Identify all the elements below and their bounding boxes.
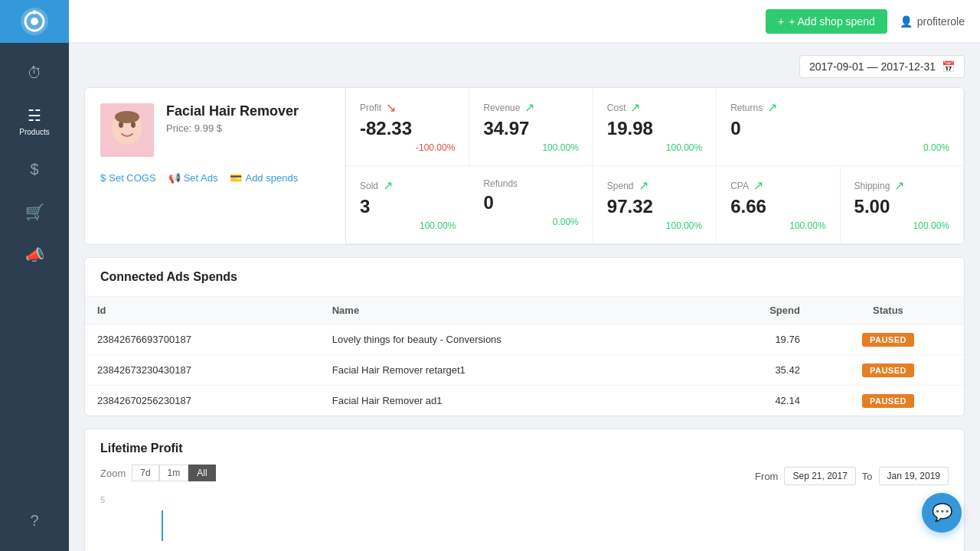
sidebar-item-cart[interactable]: 🛒 xyxy=(0,194,69,230)
cell-spend: 42.14 xyxy=(704,386,812,416)
help-icon: ? xyxy=(30,512,38,530)
metric-refunds: Refunds 0 0.00% xyxy=(469,166,593,244)
metric-cpa-pct: 100.00% xyxy=(730,220,825,231)
main-area: + + Add shop spend 👤 profiterole 2017-09… xyxy=(69,0,980,551)
metric-revenue-pct: 100.00% xyxy=(483,142,578,153)
table-body: 23842676693700187 Lovely things for beau… xyxy=(85,324,964,416)
zoom-all-button[interactable]: All xyxy=(188,465,215,481)
metric-spend-value: 97.32 xyxy=(607,196,702,217)
metric-profit: Profit ↘ -82.33 -100.00% xyxy=(346,88,469,166)
trend-up-icon: ↗ xyxy=(524,100,534,115)
set-ads-label: Set Ads xyxy=(184,172,218,184)
metric-shipping-pct: 100.00% xyxy=(854,220,949,231)
user-icon: 👤 xyxy=(900,15,913,28)
lifetime-profit-title: Lifetime Profit xyxy=(100,442,949,455)
cell-id: 23842676693700187 xyxy=(85,324,320,355)
product-image-inner xyxy=(100,103,154,157)
date-range-row: 2017-09-01 — 2017-12-31 📅 xyxy=(84,55,965,78)
sidebar-item-help[interactable]: ? xyxy=(30,503,38,539)
lifetime-chart: 5 xyxy=(100,495,949,541)
col-status: Status xyxy=(812,297,964,324)
metric-cpa-label: CPA ↗ xyxy=(730,178,825,193)
set-cogs-label: Set COGS xyxy=(109,172,155,184)
product-card: Facial Hair Remover Price: 9.99 $ $ Set … xyxy=(84,87,965,245)
to-date-input[interactable]: Jan 19, 2019 xyxy=(879,467,949,485)
trend-up-icon-returns: ↗ xyxy=(767,100,777,115)
cart-icon: 🛒 xyxy=(25,203,44,221)
zoom-label: Zoom xyxy=(100,468,126,479)
plus-icon: + xyxy=(778,15,784,28)
product-price: Price: 9.99 $ xyxy=(166,122,299,134)
from-date-input[interactable]: Sep 21, 2017 xyxy=(784,467,855,485)
chart-bar xyxy=(162,510,163,541)
metric-cost-label: Cost ↗ xyxy=(607,100,702,115)
svg-point-3 xyxy=(33,11,37,15)
table-head: Id Name Spend Status xyxy=(85,297,964,324)
date-range-value: 2017-09-01 — 2017-12-31 xyxy=(809,60,936,73)
table-row: 23842676693700187 Lovely things for beau… xyxy=(85,324,964,355)
app-logo[interactable] xyxy=(0,0,69,43)
topbar: + + Add shop spend 👤 profiterole xyxy=(69,0,980,43)
col-spend: Spend xyxy=(704,297,812,324)
metrics-grid: Profit ↘ -82.33 -100.00% Revenue ↗ 34.97… xyxy=(345,88,964,244)
status-badge: PAUSED xyxy=(862,394,914,408)
connected-ads-title: Connected Ads Spends xyxy=(85,258,964,297)
metric-returns-value: 0 xyxy=(730,118,949,139)
add-shop-button[interactable]: + + Add shop spend xyxy=(766,9,887,34)
metric-profit-label: Profit ↘ xyxy=(360,100,455,115)
product-actions: $ Set COGS 📢 Set Ads 💳 Add spends xyxy=(100,172,330,184)
add-spends-label: Add spends xyxy=(245,172,298,184)
sidebar: ⏱ ☵ Products $ 🛒 📣 ? xyxy=(0,0,69,551)
trend-up-icon-shipping: ↗ xyxy=(894,178,904,193)
connected-ads-card: Connected Ads Spends Id Name Spend Statu… xyxy=(84,257,965,416)
date-range-picker[interactable]: 2017-09-01 — 2017-12-31 📅 xyxy=(799,55,965,78)
add-shop-label: + Add shop spend xyxy=(789,15,875,28)
zoom-7d-button[interactable]: 7d xyxy=(132,465,158,481)
megaphone-small-icon: 📢 xyxy=(168,172,181,184)
cell-name: Lovely things for beauty - Conversions xyxy=(320,324,704,355)
cell-id: 23842670256230187 xyxy=(85,386,320,416)
user-menu[interactable]: 👤 profiterole xyxy=(900,15,965,28)
metric-returns-label: Returns ↗ xyxy=(730,100,949,115)
sidebar-nav: ⏱ ☵ Products $ 🛒 📣 xyxy=(0,43,69,503)
table-header-row: Id Name Spend Status xyxy=(85,297,964,324)
sidebar-item-products[interactable]: ☵ Products xyxy=(0,97,69,145)
metric-returns-pct: 0.00% xyxy=(730,142,949,153)
from-label: From xyxy=(755,471,778,482)
zoom-1m-button[interactable]: 1m xyxy=(159,465,189,481)
card-icon: 💳 xyxy=(230,172,242,184)
metric-sold: Sold ↗ 3 100.00% xyxy=(346,166,469,244)
set-cogs-link[interactable]: $ Set COGS xyxy=(100,172,156,184)
metric-shipping-value: 5.00 xyxy=(854,196,949,217)
metric-revenue: Revenue ↗ 34.97 100.00% xyxy=(469,88,593,166)
chat-fab[interactable]: 💬 xyxy=(922,493,962,533)
metric-profit-pct: -100.00% xyxy=(360,142,455,153)
metric-shipping-label: Shipping ↗ xyxy=(854,178,949,193)
metric-sold-pct: 100.00% xyxy=(360,220,456,231)
sidebar-item-finance[interactable]: $ xyxy=(0,152,69,187)
megaphone-icon: 📣 xyxy=(25,246,44,264)
lifetime-profit-card: Lifetime Profit Zoom 7d 1m All From Sep … xyxy=(84,429,965,551)
add-spends-link[interactable]: 💳 Add spends xyxy=(230,172,298,184)
metric-shipping: Shipping ↗ 5.00 100.00% xyxy=(841,166,964,244)
metric-spend-pct: 100.00% xyxy=(607,220,702,231)
dollar-small-icon: $ xyxy=(100,172,106,184)
metric-returns: Returns ↗ 0 0.00% xyxy=(717,88,964,166)
metric-refunds-pct: 0.00% xyxy=(483,217,578,227)
trend-up-icon-cost: ↗ xyxy=(630,100,640,115)
username-label: profiterole xyxy=(917,15,965,28)
metric-sold-label: Sold ↗ xyxy=(360,178,456,193)
sidebar-item-label: Products xyxy=(19,128,49,136)
dollar-icon: $ xyxy=(30,161,38,178)
calendar-icon: 📅 xyxy=(942,60,955,73)
set-ads-link[interactable]: 📢 Set Ads xyxy=(168,172,218,184)
metric-cpa: CPA ↗ 6.66 100.00% xyxy=(717,166,840,244)
svg-point-2 xyxy=(31,18,38,25)
trend-up-icon-cpa: ↗ xyxy=(753,178,763,193)
product-info: Facial Hair Remover Price: 9.99 $ $ Set … xyxy=(85,88,345,244)
product-name: Facial Hair Remover xyxy=(166,103,299,119)
metric-spend: Spend ↗ 97.32 100.00% xyxy=(593,166,717,244)
chart-date-range: From Sep 21, 2017 To Jan 19, 2019 xyxy=(755,467,949,485)
sidebar-item-marketing[interactable]: 📣 xyxy=(0,236,69,273)
sidebar-item-dashboard[interactable]: ⏱ xyxy=(0,55,69,91)
